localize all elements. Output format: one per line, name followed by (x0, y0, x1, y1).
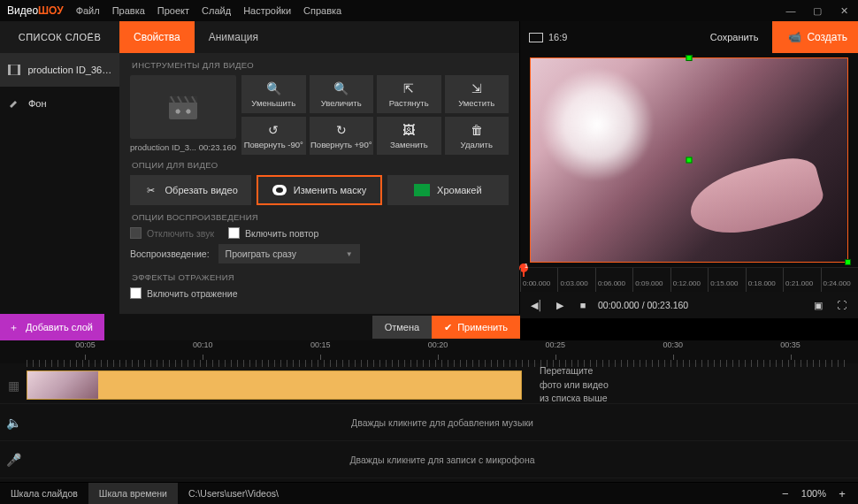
prev-frame-button[interactable]: ◀│ (529, 297, 545, 313)
loop-checkbox[interactable]: Включить повтор (228, 227, 318, 239)
layers-header: СПИСОК СЛОЁВ (0, 21, 119, 53)
logo-text-2: ШОУ (38, 4, 64, 17)
rotate-cw-button[interactable]: ↻Повернуть +90° (310, 117, 374, 155)
chroma-swatch-icon (414, 184, 430, 196)
tab-animation[interactable]: Анимация (195, 21, 272, 53)
section-reflect-label: ЭФФЕКТЫ ОТРАЖЕНИЯ (132, 272, 509, 282)
ruler-tick: 0:15.000 (708, 268, 745, 292)
section-tools-label: ИНСТРУМЕНТЫ ДЛЯ ВИДЕО (132, 60, 509, 70)
section-play-opts-label: ОПЦИИ ВОСПРОИЗВЕДЕНИЯ (132, 212, 509, 222)
aspect-ratio-selector[interactable]: 16:9 (529, 32, 567, 42)
mic-track[interactable]: 🎤 Дважды кликните для записи с микрофона (0, 441, 858, 478)
tab-properties[interactable]: Свойства (119, 21, 195, 53)
svg-rect-2 (18, 65, 20, 75)
menu-help[interactable]: Справка (303, 5, 341, 16)
zoom-value: 100% (801, 488, 826, 499)
preview-stage[interactable] (520, 53, 858, 267)
tabs-header: Свойства Анимация (119, 21, 519, 53)
check-icon: ✔ (444, 322, 452, 333)
drag-hint: Перетащите фото или видео из списка выше (540, 364, 609, 406)
ruler-tick: 0:12.000 (670, 268, 708, 292)
audio-track[interactable]: 🔈 Дважды кликните для добавления музыки (0, 404, 858, 441)
preview-panel: 16:9 Сохранить 📹 Создать 1 0:00.000 0:03… (520, 21, 858, 318)
cancel-button[interactable]: Отмена (372, 316, 432, 339)
delete-button[interactable]: 🗑Удалить (445, 117, 509, 155)
scissors-icon: ✂ (144, 183, 158, 197)
zoom-in-button[interactable]: + (835, 487, 849, 500)
zoom-out-button[interactable]: 🔍Уменьшить (241, 75, 306, 113)
change-mask-button[interactable]: Изменить маску (257, 175, 381, 205)
clip-thumbnail-block: production ID_3... 00:23.160 (130, 75, 236, 155)
ruler-tick: 0:09.000 (632, 268, 670, 292)
center-handle[interactable] (686, 157, 693, 164)
preview-ruler[interactable]: 1 0:00.000 0:03.000 0:06.000 0:09.000 0:… (520, 267, 858, 292)
chevron-down-icon: ▼ (346, 250, 353, 258)
section-video-opts-label: ОПЦИИ ДЛЯ ВИДЕО (132, 160, 509, 170)
create-button[interactable]: 📹 Создать (772, 21, 858, 53)
statusbar: Шкала слайдов Шкала времени C:\Users\use… (0, 483, 858, 504)
rotate-ccw-button[interactable]: ↺Повернуть -90° (241, 117, 306, 155)
speaker-icon: 🔈 (0, 416, 27, 430)
timeline-clip[interactable] (27, 370, 522, 400)
clip-thumbnail[interactable] (130, 75, 236, 139)
zoom-in-button[interactable]: 🔍Увеличить (310, 75, 374, 113)
close-button[interactable]: ✕ (837, 4, 851, 18)
clip-thumb (27, 371, 98, 399)
slides-scale-tab[interactable]: Шкала слайдов (0, 483, 88, 504)
apply-button[interactable]: ✔ Применить (432, 316, 520, 339)
save-button[interactable]: Сохранить (703, 32, 766, 42)
reflection-checkbox[interactable]: Включить отражение (130, 287, 237, 299)
menu-settings[interactable]: Настройки (243, 5, 291, 16)
fullscreen-button[interactable]: ⛶ (833, 297, 849, 313)
menu-file[interactable]: Файл (76, 5, 100, 16)
app-logo: ВидеоШОУ (7, 4, 64, 17)
ruler-tick: 0:06.000 (595, 268, 632, 292)
fit-button[interactable]: ⇲Уместить (445, 75, 509, 113)
camera-icon: 📹 (788, 31, 801, 43)
layers-panel: СПИСОК СЛОЁВ production ID_368... Фон (0, 21, 119, 318)
rotate-ccw-icon: ↺ (268, 123, 279, 137)
logo-text-1: Видео (7, 4, 38, 17)
ruler-tick: 0:00.000 (520, 268, 557, 292)
path-display: C:\Users\user\Videos\ (178, 488, 289, 499)
zoom-out-button[interactable]: − (778, 487, 793, 500)
stretch-button[interactable]: ⇱Растянуть (377, 75, 441, 113)
minimize-button[interactable]: — (784, 4, 798, 18)
svg-point-8 (276, 187, 283, 193)
svg-rect-1 (8, 65, 11, 75)
menu-edit[interactable]: Правка (112, 5, 145, 16)
mute-checkbox[interactable]: Отключить звук (130, 227, 214, 239)
menu-slide[interactable]: Слайд (202, 5, 231, 16)
resize-handle[interactable] (845, 259, 851, 265)
ruler-tick: 0:18.000 (746, 268, 783, 292)
ruler-tick: 0:03.000 (557, 268, 594, 292)
replace-button[interactable]: 🖼Заменить (377, 117, 441, 155)
layer-item-video[interactable]: production ID_368... (0, 53, 119, 87)
rotate-cw-icon: ↻ (336, 123, 347, 137)
maximize-button[interactable]: ▢ (810, 4, 824, 18)
timeline-ruler[interactable]: 00:05 00:10 00:15 00:20 00:25 00:30 00:3… (0, 340, 858, 363)
playback-dropdown[interactable]: Проиграть сразу ▼ (218, 244, 360, 263)
layer-label: Фон (28, 98, 47, 109)
preview-controls: ◀│ ▶ ■ 00:00.000 / 00:23.160 ▣ ⛶ (520, 292, 858, 318)
mask-icon (272, 183, 287, 197)
timeline: 00:05 00:10 00:15 00:20 00:25 00:30 00:3… (0, 340, 858, 482)
add-layer-button[interactable]: ＋ Добавить слой (0, 314, 104, 340)
video-track[interactable]: ▦ Перетащите фото или видео из списка вы… (0, 367, 858, 404)
svg-point-5 (176, 110, 180, 114)
zoom-in-icon: 🔍 (333, 81, 349, 95)
stop-button[interactable]: ■ (575, 297, 591, 313)
crop-video-button[interactable]: ✂ Обрезать видео (130, 175, 251, 205)
playback-label: Воспроизведение: (130, 248, 210, 259)
snapshot-button[interactable]: ▣ (810, 297, 826, 313)
menu-project[interactable]: Проект (157, 5, 189, 16)
layer-item-background[interactable]: Фон (0, 87, 119, 120)
timeline-scale-tab[interactable]: Шкала времени (88, 483, 178, 504)
trash-icon: 🗑 (471, 123, 483, 137)
resize-handle[interactable] (686, 55, 693, 61)
clip-duration: 00:23.160 (199, 142, 236, 152)
chromakey-button[interactable]: Хромакей (387, 175, 509, 205)
microphone-icon: 🎤 (0, 453, 27, 467)
clip-name: production ID_3... (130, 142, 196, 152)
play-button[interactable]: ▶ (552, 297, 568, 313)
